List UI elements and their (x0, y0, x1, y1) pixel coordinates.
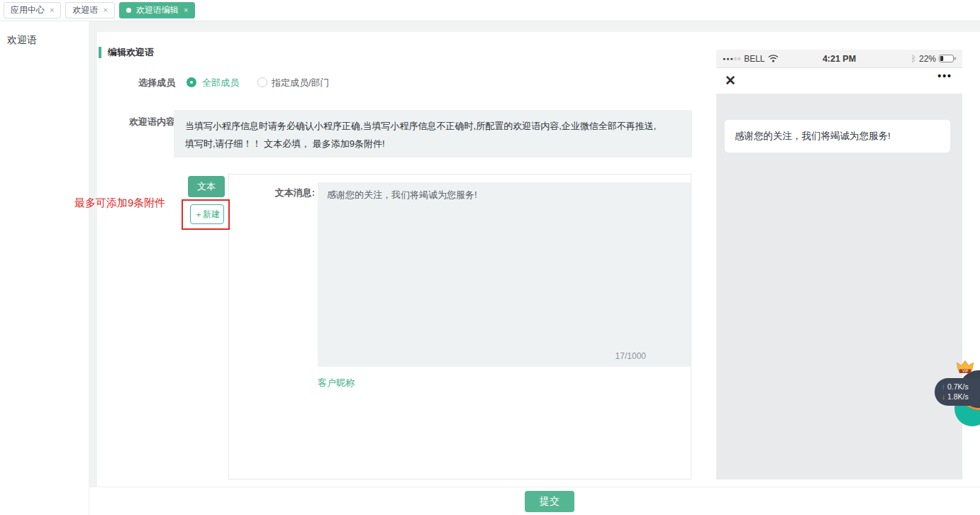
radio-all-members[interactable] (186, 77, 196, 87)
annotation-max-attachments: 最多可添加9条附件 (74, 196, 165, 210)
tab-close-icon[interactable]: × (103, 6, 107, 14)
phone-nav-row: ✕ ••• (716, 68, 962, 94)
submit-button[interactable]: 提交 (525, 491, 574, 512)
vip-crown-icon[interactable]: VIP (956, 359, 974, 376)
status-left: ●●●○○ BELL (723, 54, 823, 64)
phone-chat-background: 感谢您的关注，我们将竭诚为您服务! (716, 94, 962, 480)
title-accent-bar (99, 47, 101, 58)
status-right: ᛒ 22% (856, 54, 956, 64)
vip-label: VIP (962, 369, 969, 373)
tab-welcome-edit-active[interactable]: 欢迎语编辑 × (119, 2, 195, 18)
note-line-2: 填写时,请仔细！！ 文本必填， 最多添加9条附件! (185, 135, 681, 153)
signal-strength-icon: ●●●○○ (723, 56, 741, 61)
tab-welcome-list[interactable]: 欢迎语 × (65, 2, 114, 18)
welcome-message-bubble: 感谢您的关注，我们将竭诚为您服务! (725, 120, 950, 153)
phone-preview: ●●●○○ BELL 4:21 PM ᛒ 22% ✕ ••• 感谢您的关注，我们… (716, 50, 962, 480)
window-tab-bar: 应用中心 × 欢迎语 × 欢迎语编辑 × (0, 0, 980, 21)
customer-nickname-link[interactable]: 客户昵称 (318, 377, 355, 389)
tab-close-icon[interactable]: × (50, 6, 54, 14)
annotation-highlight-rect (182, 199, 230, 230)
note-line-1: 当填写小程序信息时请务必确认小程序正确,当填写小程序信息不正确时,所配置的欢迎语… (185, 117, 681, 135)
char-counter: 17/1000 (616, 351, 646, 361)
download-arrow-icon: ↓ (942, 392, 945, 402)
message-text: 感谢您的关注，我们将竭诚为您服务! (327, 189, 477, 200)
welcome-content-note: 当填写小程序信息时请务必确认小程序正确,当填写小程序信息不正确时,所配置的欢迎语… (174, 110, 692, 157)
text-message-label: 文本消息: (229, 187, 315, 199)
attachment-tab-text[interactable]: 文本 (188, 176, 225, 197)
active-dot-icon (126, 8, 131, 13)
radio-specified-members-label[interactable]: 指定成员/部门 (272, 77, 330, 89)
battery-icon (939, 55, 956, 62)
message-textarea[interactable]: 感谢您的关注，我们将竭诚为您服务! 17/1000 (318, 182, 691, 367)
tab-label: 应用中心 (11, 4, 45, 16)
sidebar: 欢迎语 (0, 21, 89, 515)
radio-specified-members[interactable] (257, 77, 267, 87)
tab-close-icon[interactable]: × (184, 6, 188, 14)
tab-app-center[interactable]: 应用中心 × (4, 2, 61, 18)
network-speed-widget[interactable]: ↑ 0.7K/s ↓ 1.8K/s (935, 378, 980, 406)
download-speed-value: 1.8K/s (947, 392, 969, 402)
upload-speed-row: ↑ 0.7K/s (942, 382, 980, 392)
page-title: 编辑欢迎语 (108, 46, 154, 59)
tab-label: 欢迎语 (72, 4, 98, 16)
wifi-icon (768, 55, 779, 62)
download-speed-row: ↓ 1.8K/s (942, 392, 980, 402)
close-icon[interactable]: ✕ (725, 72, 736, 89)
footer-bar: 提交 (89, 487, 980, 515)
radio-all-members-label[interactable]: 全部成员 (202, 77, 239, 89)
bluetooth-icon: ᛒ (911, 54, 916, 64)
sidebar-item-welcome[interactable]: 欢迎语 (7, 34, 89, 47)
attachment-editor-panel: 文本消息: 感谢您的关注，我们将竭诚为您服务! 17/1000 客户昵称 (228, 174, 691, 480)
tab-label: 欢迎语编辑 (136, 4, 179, 16)
clock-label: 4:21 PM (823, 54, 856, 64)
phone-status-bar: ●●●○○ BELL 4:21 PM ᛒ 22% (716, 50, 962, 68)
carrier-label: BELL (744, 54, 764, 64)
member-select-label: 选择成员 (97, 77, 175, 89)
more-menu-icon[interactable]: ••• (937, 70, 952, 82)
battery-percent-label: 22% (919, 54, 936, 64)
welcome-content-label: 欢迎语内容 (97, 116, 175, 128)
section-title: 编辑欢迎语 (99, 46, 154, 59)
upload-speed-value: 0.7K/s (947, 382, 969, 392)
upload-arrow-icon: ↑ (942, 382, 945, 392)
